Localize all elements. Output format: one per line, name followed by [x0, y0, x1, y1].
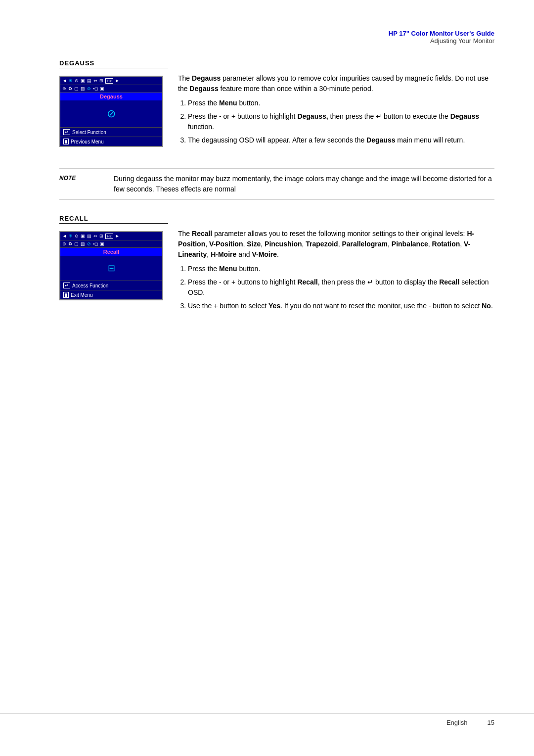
power-icon: ⊕	[62, 86, 66, 91]
recall-box3-icon: ▢	[74, 241, 79, 246]
recall-pinbal: Pinbalance	[392, 240, 428, 248]
recall-box2-icon: ▤	[87, 234, 91, 238]
circle-icon: ⊙	[75, 78, 79, 83]
arrows-icon: ⇔	[93, 78, 97, 83]
recall-para: Parallelogram	[342, 240, 388, 248]
function-icon: ↵	[63, 129, 70, 135]
corner-icon: ⊞	[99, 78, 103, 83]
degauss-intro-text: The Degauss parameter allows you to remo…	[178, 73, 494, 94]
recall-symbol-icon: ⊟	[108, 260, 115, 277]
recall-step-1: Press the Menu button.	[188, 264, 494, 274]
degauss-description: The Degauss parameter allows you to remo…	[178, 73, 494, 148]
degauss-steps: Press the Menu button. Press the - or + …	[188, 98, 494, 145]
recall-osd-top-bar-1: ◄ ✳ ⊙ ▣ ▤ ⇔ ⊞ Hz ►	[60, 232, 162, 240]
recall-monitor-icon: ▣	[100, 241, 104, 246]
degauss-step-2: Press the - or + buttons to highlight De…	[188, 111, 494, 132]
no-sign-icon: ⊘	[87, 86, 91, 91]
recall-corner-icon: ⊞	[99, 234, 103, 238]
degauss-content: ◄ ✳ ⊙ ▣ ▤ ⇔ ⊞ Hz ► ⊕ ♻ ▢ ▧ ⊘ ▪◻	[59, 73, 494, 148]
recall-section: RECALL ◄ ✳ ⊙ ▣ ▤ ⇔ ⊞ Hz ► ⊕ ♻ ▢	[59, 215, 494, 314]
recall-vmoire: V-Moire	[252, 250, 277, 258]
page-footer: English 15	[0, 713, 534, 726]
degauss-heading: DEGAUSS	[59, 59, 168, 68]
degauss-bottom-menu: ▮ Previous Menu	[60, 137, 162, 146]
recall-step-3: Use the + button to select Yes. If you d…	[188, 301, 494, 311]
recall-function-icon: ↵	[63, 283, 70, 288]
recall-osd-top-bar-2: ⊕ ♻ ▢ ▧ ⊘ ▪◻ ▣	[60, 240, 162, 248]
footer-language: English	[446, 719, 468, 726]
degauss-symbol-icon: ⊘	[107, 104, 116, 123]
recall-heading: RECALL	[59, 215, 168, 224]
recall-content: ◄ ✳ ⊙ ▣ ▤ ⇔ ⊞ Hz ► ⊕ ♻ ▢ ▧ ⊘ ▪◻	[59, 229, 494, 314]
osd-top-bar-2: ⊕ ♻ ▢ ▧ ⊘ ▪◻ ▣	[60, 85, 162, 93]
note-text: During degauss the monitor may buzz mome…	[114, 174, 494, 194]
recall-pinc: Pincushion	[265, 240, 302, 248]
select-function-label: Select Function	[72, 130, 106, 135]
brightness-icon: ✳	[69, 78, 73, 83]
recall-right-arrow-icon: ►	[115, 234, 120, 238]
recall-menu-nav-icon: ▮	[63, 292, 69, 298]
box1-icon: ▣	[81, 78, 85, 83]
note-label: NOTE	[59, 174, 99, 194]
degauss-main-area: ⊘	[60, 100, 162, 127]
header-title: HP 17" Color Monitor User's Guide	[59, 30, 494, 37]
recall-brightness-icon: ✳	[69, 234, 73, 238]
box2-icon: ▤	[87, 78, 91, 83]
access-function-label: Access Function	[72, 283, 108, 288]
recall-osd: ◄ ✳ ⊙ ▣ ▤ ⇔ ⊞ Hz ► ⊕ ♻ ▢ ▧ ⊘ ▪◻	[59, 231, 163, 300]
recall-steps: Press the Menu button. Press the - or + …	[188, 264, 494, 311]
previous-menu-label: Previous Menu	[71, 139, 104, 144]
recall-box5-icon: ▪◻	[93, 241, 98, 246]
recall-left-arrow-icon: ◄	[62, 234, 67, 238]
box3-icon: ▢	[74, 86, 79, 91]
degauss-step-3: The degaussing OSD will appear. After a …	[188, 135, 494, 145]
recall-recycle-icon: ♻	[68, 241, 72, 246]
menu-nav-icon: ▮	[63, 139, 69, 144]
degauss-osd: ◄ ✳ ⊙ ▣ ▤ ⇔ ⊞ Hz ► ⊕ ♻ ▢ ▧ ⊘ ▪◻	[59, 76, 163, 147]
degauss-bold2: Degauss	[189, 85, 218, 93]
recall-arrows-icon: ⇔	[93, 234, 97, 238]
exit-menu-label: Exit Menu	[71, 292, 92, 298]
recall-bold1: Recall	[192, 230, 212, 237]
box4-icon: ▧	[81, 86, 85, 91]
recall-vpos: V-Position	[209, 240, 243, 248]
recycle-icon: ♻	[68, 86, 72, 91]
page-header: HP 17" Color Monitor User's Guide Adjust…	[59, 30, 494, 45]
box5-icon: ▪◻	[93, 86, 98, 91]
recall-intro-text: The Recall parameter allows you to reset…	[178, 229, 494, 260]
footer-page-number: 15	[488, 719, 494, 726]
recall-bottom-menu: ▮ Exit Menu	[60, 290, 162, 299]
degauss-section: DEGAUSS ◄ ✳ ⊙ ▣ ▤ ⇔ ⊞ Hz ► ⊕ ♻ ▢	[59, 59, 494, 148]
degauss-bold1: Degauss	[192, 74, 221, 82]
recall-main-area: ⊟	[60, 256, 162, 281]
recall-power-icon: ⊕	[62, 241, 66, 246]
recall-box4-icon: ▧	[81, 241, 85, 246]
recall-bottom-function: ↵ Access Function	[60, 281, 162, 290]
osd-top-bar-1: ◄ ✳ ⊙ ▣ ▤ ⇔ ⊞ Hz ►	[60, 77, 162, 85]
right-arrow-icon: ►	[115, 78, 120, 83]
recall-hmoire: H-Moire	[211, 250, 236, 258]
degauss-label: Degauss	[60, 93, 162, 100]
recall-hz-icon: Hz	[105, 234, 113, 238]
recall-trap: Trapezoid	[306, 240, 338, 248]
recall-label: Recall	[60, 248, 162, 256]
recall-no-sign-icon: ⊘	[87, 241, 91, 246]
note-section: NOTE During degauss the monitor may buzz…	[59, 168, 494, 200]
header-subtitle: Adjusting Your Monitor	[59, 37, 494, 45]
left-arrow-icon: ◄	[62, 78, 67, 83]
hz-icon: Hz	[105, 78, 113, 83]
recall-size: Size	[247, 240, 261, 248]
recall-rot: Rotation	[432, 240, 460, 248]
recall-box1-icon: ▣	[81, 234, 85, 238]
degauss-bottom-function: ↵ Select Function	[60, 127, 162, 137]
recall-circle-icon: ⊙	[75, 234, 79, 238]
degauss-step-1: Press the Menu button.	[188, 98, 494, 108]
monitor-icon: ▣	[100, 86, 104, 91]
recall-description: The Recall parameter allows you to reset…	[178, 229, 494, 314]
recall-step-2: Press the - or + buttons to highlight Re…	[188, 277, 494, 298]
